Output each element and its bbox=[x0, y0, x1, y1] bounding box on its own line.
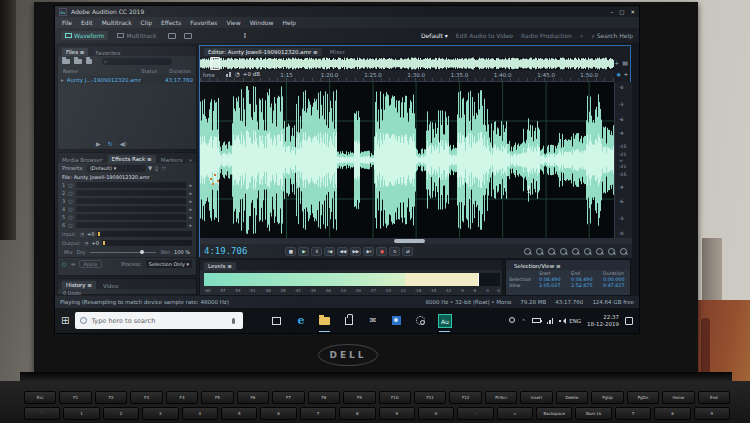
microphone-icon[interactable] bbox=[232, 318, 235, 324]
action-center-icon[interactable] bbox=[625, 317, 633, 325]
menu-help[interactable]: Help bbox=[282, 19, 296, 26]
mix-slider-knob[interactable] bbox=[140, 250, 144, 254]
selview-value[interactable]: 1:05.037 bbox=[539, 283, 571, 288]
selview-value[interactable]: 0:47.837 bbox=[603, 283, 633, 288]
zoom-button[interactable] bbox=[523, 247, 532, 256]
selview-value[interactable]: 0:00.000 bbox=[603, 277, 633, 282]
tab-levels[interactable]: Levels ≡ bbox=[204, 262, 236, 270]
maximize-button[interactable]: ▢ bbox=[619, 9, 624, 15]
open-file-icon[interactable] bbox=[62, 59, 70, 64]
zoom-button[interactable] bbox=[559, 247, 568, 256]
slot-arrow-icon[interactable]: ▸ bbox=[189, 206, 192, 212]
power-icon[interactable]: ○ bbox=[68, 190, 72, 196]
battery-icon[interactable] bbox=[532, 318, 541, 323]
preset-dropdown[interactable]: (Default) ▾ bbox=[87, 165, 145, 172]
zoom-button[interactable] bbox=[535, 247, 544, 256]
slot-arrow-icon[interactable]: ▸ bbox=[189, 214, 192, 220]
menu-window[interactable]: Window bbox=[250, 19, 274, 26]
mix-slider[interactable] bbox=[90, 252, 157, 253]
delete-preset-icon[interactable]: ▯ bbox=[155, 165, 158, 171]
preview-speaker-icon[interactable]: ◀) bbox=[120, 140, 127, 147]
ruler-unit-label[interactable]: hms bbox=[203, 72, 215, 78]
menu-edit[interactable]: Edit bbox=[81, 19, 93, 26]
fast-forward-button[interactable]: ▶▶ bbox=[350, 247, 361, 256]
amplitude-ruler[interactable]: -0-3-6-9-15-21∞-21-15-9-6-3-0 bbox=[614, 82, 632, 238]
taskbar-search-input[interactable]: Type here to search bbox=[75, 312, 243, 329]
monitor-icon[interactable] bbox=[168, 33, 176, 39]
skip-selection-button[interactable]: ⇄ bbox=[402, 247, 413, 256]
effect-slot[interactable]: 2○▸ bbox=[58, 189, 196, 197]
zoom-button[interactable] bbox=[607, 247, 616, 256]
effect-slot[interactable]: 4○▸ bbox=[58, 205, 196, 213]
power-icon[interactable]: ○ bbox=[68, 182, 72, 188]
tab-selection-view[interactable]: Selection/View ≡ bbox=[510, 262, 565, 270]
effect-slot[interactable]: 1○▸ bbox=[58, 181, 196, 189]
clock[interactable]: 22:37 18-12-2019 bbox=[587, 314, 619, 327]
output-gain[interactable]: +0 bbox=[91, 240, 98, 246]
column-status[interactable]: Status bbox=[141, 68, 157, 74]
zoom-button[interactable] bbox=[583, 247, 592, 256]
panel-more-button[interactable]: » bbox=[189, 157, 192, 163]
overview-waveform[interactable] bbox=[200, 57, 614, 70]
monitor-icon[interactable] bbox=[184, 33, 192, 39]
photos-button[interactable] bbox=[389, 313, 404, 329]
apply-button[interactable]: Apply bbox=[79, 260, 101, 268]
effect-slot[interactable]: 6○▸ bbox=[58, 221, 196, 229]
panel-menu-icon[interactable]: ▤ bbox=[622, 59, 628, 66]
selview-value[interactable]: 0:08.490 bbox=[571, 277, 603, 282]
search-help-button[interactable]: ⌕ Search Help bbox=[591, 32, 633, 40]
process-dropdown[interactable]: Selection Only ▾ bbox=[146, 260, 192, 268]
mail-button[interactable]: ✉ bbox=[365, 313, 380, 329]
effect-slot[interactable]: 3○▸ bbox=[58, 197, 196, 205]
play-button[interactable]: ▶ bbox=[298, 247, 309, 256]
power-icon[interactable]: ○ bbox=[68, 206, 72, 212]
people-icon[interactable] bbox=[509, 317, 515, 323]
hud-gain-value[interactable]: +0 dB bbox=[243, 71, 260, 77]
scrollbar-thumb[interactable] bbox=[394, 239, 424, 243]
power-icon[interactable]: ○ bbox=[68, 198, 72, 204]
audition-taskbar-button[interactable]: Au bbox=[437, 313, 452, 329]
start-button[interactable]: ⊞ bbox=[61, 315, 69, 326]
expand-arrow-icon[interactable]: ▸ bbox=[61, 77, 64, 83]
time-selection-tool-icon[interactable]: I bbox=[243, 32, 246, 40]
time-display[interactable]: 4:19.706 bbox=[204, 246, 247, 256]
save-preset-icon[interactable]: ▼ bbox=[148, 165, 152, 171]
pause-button[interactable]: Ⅱ bbox=[311, 247, 322, 256]
settings-button[interactable] bbox=[413, 313, 428, 329]
workspace-edit-audio-to-video[interactable]: Edit Audio to Video bbox=[456, 32, 513, 39]
waveform-view-button[interactable]: Waveform bbox=[61, 31, 108, 40]
extract-audio-icon[interactable] bbox=[86, 59, 92, 64]
network-icon[interactable] bbox=[547, 318, 554, 324]
input-gain[interactable]: +0 bbox=[87, 231, 94, 237]
zoom-button[interactable] bbox=[595, 247, 604, 256]
tab-markers[interactable]: Markers bbox=[161, 157, 183, 163]
preview-play-icon[interactable]: ▶ bbox=[96, 140, 101, 147]
workspace-more-button[interactable]: » bbox=[580, 32, 584, 39]
close-button[interactable]: ✕ bbox=[630, 9, 635, 15]
timeline-ruler[interactable]: hms 1:151:20.01:25.01:30.01:35.01:40.01:… bbox=[200, 70, 614, 82]
tab-history[interactable]: History ≡ bbox=[62, 281, 96, 289]
column-duration[interactable]: Duration bbox=[169, 68, 191, 74]
tab-video[interactable]: Video bbox=[103, 283, 118, 289]
menu-clip[interactable]: Clip bbox=[141, 19, 152, 26]
tab-favorites[interactable]: Favorites bbox=[95, 50, 120, 56]
power-icon[interactable]: ○ bbox=[68, 214, 72, 220]
zoom-button[interactable] bbox=[547, 247, 556, 256]
volume-hud[interactable]: ◔ +0 dB bbox=[226, 71, 260, 77]
language-indicator[interactable]: ENG bbox=[569, 318, 581, 324]
effect-slot[interactable]: 5○▸ bbox=[58, 213, 196, 221]
edge-button[interactable]: e bbox=[293, 313, 308, 329]
zoom-button[interactable] bbox=[619, 247, 628, 256]
spot-heal-icon[interactable]: + bbox=[614, 59, 619, 66]
import-file-icon[interactable] bbox=[74, 59, 82, 64]
tab-editor[interactable]: Editor: Aunty Jowell-1909012320.amr ≡ bbox=[204, 48, 322, 56]
menu-file[interactable]: File bbox=[62, 19, 72, 26]
workspace-radio-production[interactable]: Radio Production bbox=[521, 32, 572, 39]
files-search-input[interactable] bbox=[102, 58, 172, 65]
multitrack-view-button[interactable]: Multitrack bbox=[113, 31, 160, 40]
zoom-button[interactable] bbox=[571, 247, 580, 256]
waveform-display[interactable]: I bbox=[200, 82, 614, 238]
loop-button[interactable]: ↻ bbox=[389, 247, 400, 256]
pin-icon[interactable]: ◉ bbox=[616, 71, 620, 77]
tray-chevron-icon[interactable]: ⌃ bbox=[521, 318, 525, 324]
